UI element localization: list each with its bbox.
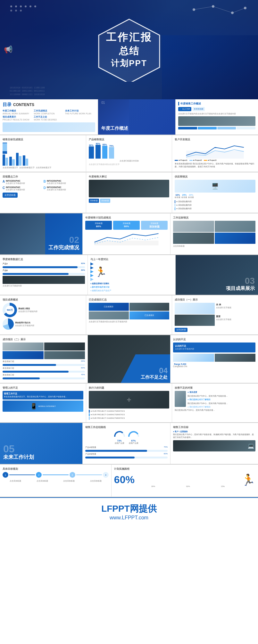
svg-point-1 — [15, 5, 17, 7]
item4-en: PROJECT RESULTS SHOW — [3, 119, 33, 121]
recognize-sub: 点击进行文字描述内容 — [175, 348, 254, 351]
imp-t2: 我们坚持以客户为中心，坚持为客户创造价值... — [175, 402, 255, 405]
section2-bg: 02 工作完成情况 — [0, 213, 82, 254]
complete-item-3: 添加标题 添加标题 — [141, 221, 168, 230]
improvement-text: ● 项目进度 我们坚持以客户为中心，坚持为客户创造价值... ● 我们坚持让对方… — [175, 391, 255, 412]
prod-b3 — [102, 146, 107, 159]
task-num-1: A — [3, 180, 5, 183]
sales-target-title: 销售目标完成情况 — [3, 138, 83, 141]
quarterly-cell: 季度销售数据汇总 产品A 91% 产品B 80% — [0, 255, 88, 295]
supplier-item-3: ● 添加原始量内容 — [175, 207, 255, 210]
annual-overview-header: 01 年度工作概述 — [98, 99, 176, 135]
prod-bar-2: 90% — [96, 143, 101, 159]
laptop-icon-future: 💻 — [248, 443, 254, 449]
chart-legend: ● Project1 ● Project2 ● Project3 — [175, 159, 255, 161]
p2-item-1: 单击添加工程 — [3, 360, 14, 363]
project-overview-title: 项目成果概述 — [3, 298, 83, 301]
lfppt-line2: www.LFPPT.com — [5, 515, 253, 521]
svg-point-3 — [25, 5, 27, 7]
section4-bg: 04 工作不足之处 — [88, 335, 170, 383]
content-item-1: 年度工作概述 ANNUAL WORK SUMMARY — [3, 110, 33, 115]
stat-pct-3: 20% — [188, 194, 194, 196]
gauge-svg-2 — [127, 430, 140, 438]
completed-img-1: 已交成项目 — [89, 303, 129, 311]
recognize-stats: Range 5,000 Completion 5% — [173, 363, 255, 367]
icon-rows: 👤 以人为本 ⚙ 科技创新 — [178, 107, 255, 111]
section3-label: 03 项目成果展示 — [226, 277, 255, 292]
p2-bar-row-2: 单击添加工程 80% — [3, 367, 85, 373]
annual-sales-overview: 年度销售工作概述 👤 以人为本 ⚙ 科技创新 点击进行文字描述内容点击进行文字描… — [176, 99, 258, 135]
row-section2: 02 工作完成情况 年度销售计划完成情况 添加标题 80% 添加标题 90% 添… — [0, 213, 258, 255]
timeline-item-2: 添加标题 — [100, 199, 110, 203]
svg-point-0 — [10, 5, 12, 7]
p2-pct-3: 45% — [81, 374, 85, 376]
improvement-title: 改善不足的对策 — [175, 386, 255, 390]
mobile-image: 📱 MOBILE INTERNET — [3, 400, 83, 412]
task-2: B INFOGRAPHIC 点击进行文字描述内容 — [44, 180, 83, 185]
task-num-4: D — [44, 186, 46, 190]
success-project1-cell: 成功项目（一）展示 未 来 点击进行文字描述 重要 点击进行文字描述 这里是标题 — [172, 295, 258, 334]
supplier-stats: 32% 标准量 25% 标准量 20% 标准量 — [175, 194, 255, 199]
p2-bar-row-3: 单击添加工程 45% — [3, 374, 85, 379]
hero-title-block: 工作汇报 总结 计划PPT — [100, 21, 159, 78]
yoy-label-3: ● 超额完成企业产品生产 — [90, 290, 111, 292]
annual-header-bg: 01 年度工作概述 — [98, 99, 175, 135]
task-desc-4: 点击进行文字描述内容 — [47, 188, 66, 191]
item5-ch: 工作不足之处 — [34, 116, 64, 119]
mgmt-desc: 单击添加原标题内容文字。我们坚持以客户为中心，坚持为客户创造价值... — [4, 395, 82, 398]
imp-t3: 我们坚持以客户为中心，坚持为客户创造价值... — [175, 409, 255, 412]
target-img-1 — [173, 221, 214, 232]
section3-num: 03 — [226, 277, 255, 285]
svg-line-15 — [232, 8, 245, 13]
complete-item-2: 添加标题 90% — [113, 221, 140, 230]
recognize-img-2 — [215, 354, 256, 362]
p2-item-3: 单击添加工程 — [3, 374, 14, 376]
runner-plan: 🏃 — [241, 474, 255, 485]
mgmt-main-box: 管理工作不足 单击添加原标题内容文字。我们坚持以客户为中心，坚持为客户创造价值.… — [3, 391, 83, 400]
contents-title-en: CONTENTS — [13, 103, 34, 107]
r-val-1: Range 5,000 — [173, 363, 187, 365]
laptop-future: 💻 — [173, 440, 255, 451]
bar-labels: 点击添加标题文字 点击添加标题文字 点击添加标题文字 — [3, 166, 83, 169]
annual-title: 年度工作概述 — [101, 126, 172, 131]
prod-desc: 点击进行文字描述内容点击进行文字 — [89, 163, 170, 166]
content-item-2: 工作完成情况 WORK COMPLETION — [34, 110, 64, 115]
sp-val-1: 75% — [164, 446, 168, 449]
prod-b1 — [89, 146, 94, 159]
usage-info: 资金使用计划占比 点击进行文字描述内容 — [3, 318, 83, 330]
execution-cell: 执行力的问题 + ● OUR PROJECT CHARACTERISTICS ●… — [86, 384, 172, 422]
recognize-box: 认识的不足 点击进行文字描述内容 — [173, 343, 255, 352]
recognize-insufficient-cell: 认识的不足 认识的不足 点击进行文字描述内容 Range 5,000 Compl… — [171, 335, 258, 383]
tf-desc-1: 我们坚持以客户为中心，坚持为客户创造价值、快速解决客户端问题。为客户提供超值服务… — [173, 433, 255, 439]
prod-a-bar — [3, 266, 85, 268]
legend-label-3: ● Project3 — [208, 159, 216, 161]
completed-images: 已交成项目 已交成项目 — [89, 303, 170, 319]
quarterly-desc: 点击进行文字描述内容 — [3, 285, 85, 287]
exec-item-1: ● OUR PROJECT CHARACTERISTICS — [89, 410, 170, 413]
complete-item-1: 添加标题 80% — [85, 221, 112, 230]
section2-label: 02 工作完成情况 — [48, 235, 79, 251]
sp-bar-1 — [85, 450, 168, 452]
overview-photo — [178, 116, 255, 126]
gauge-val-2: 67% — [127, 440, 140, 442]
task-label-3: INFOGRAPHIC — [6, 186, 25, 188]
lfppt-watermark: LFPPT网提供 www.LFPPT.com — [0, 497, 258, 525]
pbl-2: 32% — [171, 485, 205, 487]
task-content-2: INFOGRAPHIC 点击进行文字描述内容 — [47, 180, 66, 185]
arrow-2 — [90, 266, 94, 269]
success-project2-title: 成功项目（二）展示 — [3, 338, 85, 341]
bar-a2 — [5, 158, 8, 166]
hero-dots-decoration — [10, 5, 48, 14]
investment-desc: 点击进行文字描述内容 — [18, 310, 37, 313]
task-3: C INFOGRAPHIC 点击进行文字描述内容 — [3, 186, 42, 191]
completion-chart — [85, 231, 168, 245]
task-content-4: INFOGRAPHIC 点击进行文字描述内容 — [47, 186, 66, 191]
prod-b-label: 产品B — [3, 269, 8, 272]
p2-img-4 — [44, 351, 85, 359]
completed-img-3 — [89, 311, 129, 319]
yoy-cell: 与上一年度对比 🏃 ● 超新品营销计划增长 ● 新年度市场开发计划 — [88, 255, 176, 295]
svg-point-7 — [15, 10, 17, 12]
label-click-2: 点击添加标题文字 — [19, 166, 35, 169]
usage-desc: 点击进行文字描述内容 — [15, 324, 34, 327]
usage-label: 资金使用计划占比 — [15, 321, 34, 324]
